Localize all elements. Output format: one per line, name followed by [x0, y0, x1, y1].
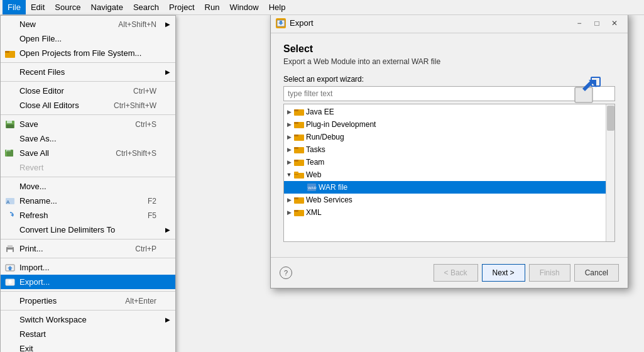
menubar-edit[interactable]: Edit [26, 0, 50, 14]
submenu-arrow-icon-4: ▶ [165, 316, 170, 323]
tree-item-java-ee[interactable]: ▶ Java EE [284, 106, 606, 118]
export-dialog: Export − □ ✕ Select Export a Web Module … [270, 13, 628, 289]
svg-rect-31 [294, 135, 298, 136]
tree-content: ▶ Java EE ▶ Plug-in Development ▶ [284, 104, 606, 220]
menu-import[interactable]: Import... [1, 260, 175, 275]
menu-new[interactable]: New Alt+Shift+N ▶ [1, 17, 175, 31]
file-dropdown-menu: New Alt+Shift+N ▶ Open File... Open Proj… [0, 15, 176, 352]
toggle-web[interactable]: ▼ [284, 170, 294, 180]
svg-rect-12 [8, 245, 13, 248]
menu-recent-files[interactable]: Recent Files ▶ [1, 65, 175, 79]
separator-8 [1, 310, 175, 311]
rename-icon: A [4, 195, 16, 207]
svg-rect-4 [6, 124, 14, 128]
toggle-xml[interactable]: ▶ [284, 207, 294, 217]
menu-open-file[interactable]: Open File... [1, 31, 175, 46]
toggle-plugin-dev[interactable]: ▶ [284, 119, 294, 129]
folder-icon-web-services [294, 195, 304, 204]
svg-rect-29 [294, 122, 298, 124]
tree-item-xml[interactable]: ▶ XML [284, 206, 606, 219]
toggle-team[interactable]: ▶ [284, 157, 294, 167]
menu-print[interactable]: Print... Ctrl+P [1, 241, 175, 256]
menu-convert-line-delimiters[interactable]: Convert Line Delimiters To ▶ [1, 223, 175, 237]
toggle-tasks[interactable]: ▶ [284, 145, 294, 155]
menubar-help[interactable]: Help [264, 0, 291, 14]
toggle-run-debug[interactable]: ▶ [284, 132, 294, 142]
finish-button[interactable]: Finish [529, 264, 570, 282]
next-button[interactable]: Next > [482, 264, 525, 282]
svg-rect-16 [9, 268, 11, 270]
refresh-icon [4, 210, 16, 221]
svg-rect-1 [5, 51, 9, 53]
tree-item-web[interactable]: ▼ Web [284, 168, 606, 181]
menu-restart[interactable]: Restart [1, 327, 175, 341]
folder-icon-java-ee [294, 107, 304, 116]
menubar-search[interactable]: Search [128, 0, 164, 14]
menu-move[interactable]: Move... [1, 179, 175, 194]
folder-icon-xml [294, 208, 304, 217]
menu-revert: Revert [1, 160, 175, 175]
tree-container[interactable]: ▶ Java EE ▶ Plug-in Development ▶ [283, 104, 615, 242]
svg-rect-44 [294, 210, 298, 212]
tree-item-plugin-dev[interactable]: ▶ Plug-in Development [284, 118, 606, 131]
open-projects-icon [4, 48, 16, 59]
menubar-file[interactable]: File [3, 0, 26, 14]
tree-item-web-services[interactable]: ▶ Web Services [284, 194, 606, 206]
menu-properties[interactable]: Properties Alt+Enter [1, 294, 175, 308]
tree-item-war-file[interactable]: WAR WAR file [284, 181, 606, 194]
svg-rect-13 [8, 250, 13, 252]
dialog-maximize-button[interactable]: □ [589, 17, 605, 30]
folder-icon-tasks [294, 145, 304, 154]
svg-rect-19 [9, 280, 11, 282]
menu-save-as[interactable]: Save As... [1, 131, 175, 146]
save-icon [4, 119, 16, 130]
menu-refresh[interactable]: Refresh F5 [1, 208, 175, 223]
toggle-web-services[interactable]: ▶ [284, 195, 294, 205]
dialog-export-illustration [572, 75, 603, 105]
separator-6 [1, 258, 175, 258]
export-icon [4, 277, 16, 288]
menu-exit[interactable]: Exit [1, 341, 175, 352]
tree-scrollbar[interactable] [606, 104, 614, 241]
menu-save[interactable]: Save Ctrl+S [1, 117, 175, 131]
back-button[interactable]: < Back [434, 264, 478, 282]
svg-rect-3 [7, 121, 12, 123]
tree-item-run-debug[interactable]: ▶ Run/Debug [284, 131, 606, 143]
menubar-project[interactable]: Project [164, 0, 199, 14]
scroll-thumb[interactable] [607, 106, 614, 131]
dialog-window-controls: − □ ✕ [571, 17, 623, 30]
wizard-label: Select an export wizard: [283, 75, 615, 84]
folder-icon-run-debug [294, 133, 304, 141]
menubar-run[interactable]: Run [200, 0, 225, 14]
menubar-source[interactable]: Source [50, 0, 85, 14]
menubar-window[interactable]: Window [224, 0, 263, 14]
menu-export[interactable]: Export... [1, 275, 175, 289]
dialog-section-title: Select [283, 43, 615, 55]
folder-icon-plugin-dev [294, 120, 304, 129]
submenu-arrow-icon-2: ▶ [165, 69, 170, 75]
menu-switch-workspace[interactable]: Switch Workspace ▶ [1, 312, 175, 327]
cancel-button[interactable]: Cancel [574, 264, 619, 282]
submenu-arrow-icon-3: ▶ [165, 226, 170, 233]
dialog-footer: ? < Back Next > Finish Cancel [271, 257, 628, 288]
menubar-navigate[interactable]: Navigate [86, 0, 128, 14]
menu-rename[interactable]: A Rename... F2 [1, 194, 175, 208]
filter-input[interactable] [283, 86, 615, 101]
menu-open-projects[interactable]: Open Projects from File System... [1, 46, 175, 60]
save-all-icon [4, 148, 16, 159]
menu-save-all[interactable]: Save All Ctrl+Shift+S [1, 146, 175, 160]
dialog-close-button[interactable]: ✕ [606, 17, 623, 30]
dialog-title-icon [276, 18, 286, 28]
dialog-description: Export a Web Module into an external WAR… [283, 57, 615, 66]
tree-item-team[interactable]: ▶ Team [284, 156, 606, 168]
svg-rect-35 [294, 160, 298, 162]
tree-item-tasks[interactable]: ▶ Tasks [284, 143, 606, 156]
toggle-java-ee[interactable]: ▶ [284, 107, 294, 117]
svg-rect-38 [294, 172, 298, 174]
help-button[interactable]: ? [280, 267, 292, 279]
folder-icon-team [294, 158, 304, 167]
separator-1 [1, 62, 175, 63]
menu-close-all-editors[interactable]: Close All Editors Ctrl+Shift+W [1, 98, 175, 113]
menu-close-editor[interactable]: Close Editor Ctrl+W [1, 84, 175, 98]
dialog-minimize-button[interactable]: − [571, 17, 587, 30]
